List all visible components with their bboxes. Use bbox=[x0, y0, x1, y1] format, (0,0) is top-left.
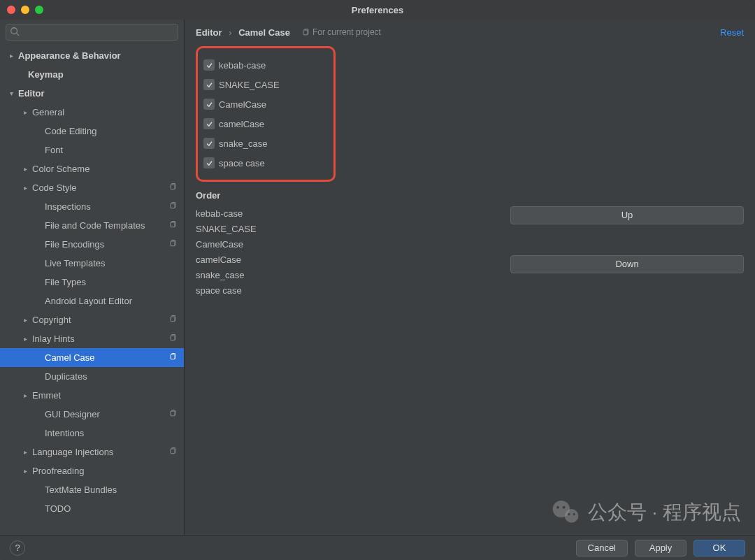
case-checkbox-group: kebab-caseSNAKE_CASECamelCasecamelCasesn… bbox=[196, 46, 336, 182]
reset-link[interactable]: Reset bbox=[720, 27, 744, 38]
project-scope-icon bbox=[168, 447, 177, 457]
tree-item[interactable]: ▸Appearance & Behavior bbox=[0, 46, 184, 65]
tree-item[interactable]: ▸Proofreading bbox=[0, 461, 184, 480]
tree-item[interactable]: File and Code Templates bbox=[0, 216, 184, 235]
tree-item[interactable]: ▸Copyright bbox=[0, 310, 184, 329]
svg-point-16 bbox=[568, 513, 570, 515]
order-list-item[interactable]: CamelCase bbox=[196, 237, 489, 252]
checkbox[interactable] bbox=[203, 118, 215, 129]
chevron-right-icon: ▸ bbox=[21, 392, 29, 399]
breadcrumb-part: Editor bbox=[196, 27, 222, 38]
tree-item-label: Font bbox=[45, 145, 177, 155]
case-checkbox-row[interactable]: kebab-case bbox=[203, 55, 324, 75]
search-icon bbox=[10, 27, 20, 38]
chevron-right-icon: ▸ bbox=[21, 108, 29, 116]
svg-rect-7 bbox=[171, 336, 175, 340]
tree-item-label: GUI Designer bbox=[45, 409, 166, 419]
tree-item-label: Color Scheme bbox=[32, 164, 177, 174]
scope-label: For current project bbox=[312, 27, 381, 37]
project-scope-icon bbox=[168, 315, 177, 325]
close-window-button[interactable] bbox=[7, 6, 15, 14]
tree-item-label: Emmet bbox=[32, 390, 177, 401]
case-checkbox-row[interactable]: camelCase bbox=[203, 114, 324, 134]
titlebar: Preferences bbox=[0, 0, 755, 20]
sidebar: ▸Appearance & BehaviorKeymap▾Editor▸Gene… bbox=[0, 20, 185, 535]
order-list[interactable]: kebab-caseSNAKE_CASECamelCasecamelCasesn… bbox=[196, 206, 489, 299]
tree-item[interactable]: ▸General bbox=[0, 103, 184, 122]
case-checkbox-row[interactable]: CamelCase bbox=[203, 94, 324, 114]
tree-item-label: General bbox=[32, 107, 177, 117]
tree-item[interactable]: ▾Editor bbox=[0, 84, 184, 103]
move-down-button[interactable]: Down bbox=[510, 255, 744, 273]
checkbox[interactable] bbox=[203, 157, 215, 168]
wechat-icon bbox=[550, 497, 581, 528]
settings-tree[interactable]: ▸Appearance & BehaviorKeymap▾Editor▸Gene… bbox=[0, 45, 184, 535]
window-controls bbox=[7, 6, 43, 14]
tree-item[interactable]: TextMate Bundles bbox=[0, 480, 184, 499]
tree-item[interactable]: Duplicates bbox=[0, 367, 184, 386]
tree-item[interactable]: Keymap bbox=[0, 65, 184, 84]
tree-item-label: File Types bbox=[45, 277, 177, 287]
order-list-item[interactable]: camelCase bbox=[196, 252, 489, 268]
tree-item[interactable]: ▸Color Scheme bbox=[0, 159, 184, 178]
svg-rect-9 bbox=[171, 411, 175, 416]
tree-item-label: Code Style bbox=[32, 182, 166, 193]
chevron-right-icon: ▸ bbox=[21, 467, 29, 475]
tree-item-label: Keymap bbox=[28, 69, 177, 80]
checkbox[interactable] bbox=[203, 79, 215, 90]
order-list-item[interactable]: kebab-case bbox=[196, 206, 489, 222]
checkbox[interactable] bbox=[203, 138, 215, 149]
tree-item[interactable]: File Types bbox=[0, 273, 184, 292]
tree-item[interactable]: Inspections bbox=[0, 197, 184, 216]
tree-item[interactable]: TODO bbox=[0, 499, 184, 518]
svg-rect-6 bbox=[171, 317, 175, 322]
tree-item[interactable]: GUI Designer bbox=[0, 405, 184, 424]
tree-item[interactable]: Camel Case bbox=[0, 348, 184, 367]
tree-item-label: File Encodings bbox=[45, 239, 166, 250]
svg-point-0 bbox=[11, 28, 17, 34]
order-list-item[interactable]: space case bbox=[196, 283, 489, 299]
project-scope-icon bbox=[168, 201, 177, 212]
cancel-button[interactable]: Cancel bbox=[576, 540, 628, 557]
minimize-window-button[interactable] bbox=[21, 6, 29, 14]
case-checkbox-row[interactable]: space case bbox=[203, 153, 324, 173]
tree-item[interactable]: File Encodings bbox=[0, 235, 184, 254]
project-scope-icon bbox=[168, 220, 177, 231]
main-panel: Editor › Camel Case For current project … bbox=[185, 20, 755, 535]
move-up-button[interactable]: Up bbox=[510, 206, 744, 224]
ok-button[interactable]: OK bbox=[693, 540, 745, 557]
help-button[interactable]: ? bbox=[10, 540, 25, 556]
case-checkbox-row[interactable]: snake_case bbox=[203, 134, 324, 153]
tree-item-label: Inlay Hints bbox=[32, 333, 166, 344]
tree-item[interactable]: Android Layout Editor bbox=[0, 292, 184, 310]
tree-item[interactable]: Font bbox=[0, 141, 184, 159]
tree-item[interactable]: ▸Language Injections bbox=[0, 443, 184, 461]
search-input-wrap bbox=[6, 24, 178, 41]
svg-rect-8 bbox=[171, 354, 175, 359]
tree-item[interactable]: Intentions bbox=[0, 424, 184, 443]
tree-item[interactable]: ▸Code Style bbox=[0, 178, 184, 197]
order-section-title: Order bbox=[196, 190, 744, 201]
search-input[interactable] bbox=[6, 24, 178, 41]
order-list-item[interactable]: snake_case bbox=[196, 268, 489, 283]
checkbox-label: SNAKE_CASE bbox=[219, 80, 280, 90]
checkbox-label: kebab-case bbox=[219, 60, 266, 71]
svg-point-17 bbox=[573, 513, 575, 515]
tree-item[interactable]: ▸Inlay Hints bbox=[0, 329, 184, 348]
checkbox[interactable] bbox=[203, 59, 215, 71]
tree-item[interactable]: ▸Emmet bbox=[0, 386, 184, 405]
checkbox[interactable] bbox=[203, 99, 215, 110]
case-checkbox-row[interactable]: SNAKE_CASE bbox=[203, 75, 324, 94]
apply-button[interactable]: Apply bbox=[635, 540, 686, 557]
svg-rect-10 bbox=[171, 449, 175, 454]
tree-item[interactable]: Code Editing bbox=[0, 122, 184, 141]
chevron-right-icon: ▸ bbox=[21, 448, 29, 456]
order-list-item[interactable]: SNAKE_CASE bbox=[196, 222, 489, 237]
tree-item-label: Intentions bbox=[45, 428, 177, 438]
tree-item-label: Editor bbox=[18, 88, 177, 99]
tree-item[interactable]: Live Templates bbox=[0, 254, 184, 273]
zoom-window-button[interactable] bbox=[35, 6, 43, 14]
watermark-text: 公众号 · 程序视点 bbox=[588, 499, 741, 526]
svg-rect-4 bbox=[171, 222, 175, 227]
chevron-right-icon: ▸ bbox=[21, 165, 29, 173]
